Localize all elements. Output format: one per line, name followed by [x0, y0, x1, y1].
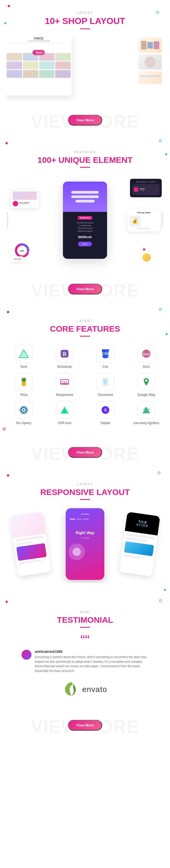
- googlemap-icon-box: [137, 373, 155, 391]
- lightbox-icon-box: [137, 401, 155, 419]
- phone-left: [10, 512, 51, 577]
- shop-thumb-r1: [138, 37, 162, 53]
- title-underline-5: [80, 627, 90, 628]
- testimonial-title: TESTIMONIAL: [5, 615, 165, 625]
- document-icon: [101, 377, 110, 387]
- title-underline-3: [80, 336, 90, 337]
- feature-disk: 100 MB Disk Space: [66, 222, 104, 224]
- view-more-button-4[interactable]: View More: [68, 720, 102, 731]
- pricing-sub: Powerful System: [130, 228, 158, 229]
- product-11: [39, 70, 55, 78]
- phone-line-2: [16, 541, 33, 546]
- phone-screen-text: Right Way: [68, 531, 102, 535]
- feature-watermark: Webmail Support: [66, 230, 104, 232]
- shop-mockup: VINCE LUXURIOUS BOUTIQUE New: [5, 35, 165, 101]
- nojquery-icon: [19, 405, 29, 415]
- deco-dot-u1: [5, 142, 8, 144]
- view-more-section-1: VIEW MORE View More: [0, 109, 170, 134]
- phone-nav-dots: [68, 519, 102, 520]
- deco-dot-r2: [158, 471, 160, 474]
- right-line-3: [123, 554, 141, 559]
- deco-dot-3: [4, 22, 6, 24]
- shop-new-badge: New: [33, 50, 45, 55]
- swiper-icon-box: S: [96, 401, 114, 419]
- deco-dot-t1: [5, 601, 8, 603]
- shop-section: LATEST 10+ SHOP LAYOUT: [0, 0, 170, 109]
- services-panel: Services: [11, 256, 24, 261]
- unique-mockup: Testimonial Rahul Mehta Visual Artis Bus…: [5, 173, 165, 267]
- feature-bootstrap: B Bootstrap: [46, 345, 83, 369]
- svg-text:B: B: [63, 351, 66, 357]
- scss-label: Scss: [143, 365, 150, 369]
- view-more-section-2: VIEW MORE View More: [0, 278, 170, 303]
- sidebar-testimonial-label: Testimonial: [6, 212, 8, 229]
- document-icon-box: [96, 373, 114, 391]
- googlemap-icon: [141, 377, 151, 387]
- deco-dot-2: [156, 11, 159, 14]
- svg-text:CSS: CSS: [102, 351, 109, 355]
- bootstrap-label: Bootstrap: [57, 365, 72, 369]
- hosting-label: Business: [78, 216, 92, 220]
- svg-marker-5: [21, 351, 27, 356]
- view-more-button-3[interactable]: View More: [68, 447, 102, 458]
- features-title-highlight: CORE: [50, 324, 74, 333]
- feature-document: Document: [87, 373, 124, 397]
- bootstrap-icon-box: B: [56, 345, 74, 363]
- menu-line-3: [75, 200, 95, 203]
- deco-circle-gold: [142, 253, 151, 261]
- menu-line-1: [71, 191, 99, 194]
- quote-icon: ““: [5, 633, 165, 647]
- unique-title: 100+ UNIQUE ELEMENT: [5, 155, 165, 165]
- nuxt-icon: [19, 349, 29, 359]
- svg-text:S: S: [104, 408, 107, 412]
- shop-logo: VINCE: [8, 37, 69, 40]
- mobile-hosting-card: Business 100 MB Disk Space 2 Subdomains …: [63, 182, 107, 259]
- view-more-button-1[interactable]: View More: [68, 115, 102, 126]
- product-1: [7, 53, 22, 61]
- testimonial-label: OUR: [5, 610, 165, 614]
- unique-title-highlight: 100+ UNIQUE: [37, 155, 91, 164]
- product-8: [55, 62, 70, 69]
- css-icon: CSS: [101, 349, 110, 359]
- testi-title-highlight: TESTI: [57, 615, 80, 624]
- view-more-button-2[interactable]: View More: [68, 284, 102, 294]
- panel-user-info: Rahul Mehta Visual Artis: [19, 202, 29, 205]
- features-grid: Nuxt B Bootstrap CSS Css: [5, 345, 165, 425]
- svg-text:NPS: NPS: [20, 250, 24, 252]
- nav-dot-1: [70, 519, 75, 520]
- deco-dot-u3: [165, 153, 167, 155]
- features-title-suffix: FEATURES: [74, 324, 120, 333]
- lightbox-icon: [141, 405, 151, 415]
- view-more-section-3: VIEW MORE View More: [0, 441, 170, 466]
- product-12: [55, 70, 70, 78]
- svg-point-25: [23, 409, 25, 411]
- phone-notch: [81, 514, 89, 515]
- product-7: [39, 62, 55, 69]
- features-title: CORE FEATURES: [5, 324, 165, 334]
- swiper-icon: S: [101, 405, 110, 415]
- shop-right-thumbnails: [138, 37, 163, 84]
- pinia-icon-box: 🍍: [15, 373, 33, 391]
- responsive-icon: [60, 377, 69, 387]
- deco-dot-t2: [159, 599, 162, 602]
- shop-products-grid: [5, 52, 72, 79]
- phone-left-img: [16, 543, 47, 561]
- testi-content: adelinabrask1988 Everything is perfect a…: [35, 650, 148, 673]
- feature-ssr: SSR-true: [46, 401, 83, 425]
- hosting-btn[interactable]: More: [78, 242, 92, 246]
- scss-icon: Sass: [141, 349, 151, 359]
- svg-rect-17: [103, 378, 108, 386]
- features-label: LATEST: [5, 319, 165, 322]
- testi-title-suffix: MONIAL: [80, 615, 113, 624]
- testi-avatar: [22, 650, 31, 660]
- business-card-panel: BUSINESS CARD Studio Design: [130, 179, 162, 197]
- menu-line-2: [71, 195, 99, 198]
- deco-dot-f1: [7, 311, 9, 313]
- panel-img: [13, 191, 37, 200]
- panel-user-row: Rahul Mehta Visual Artis: [13, 201, 37, 206]
- pricing-icon: 💰: [130, 215, 140, 226]
- shop-title-highlight: 10+ SHOP: [45, 16, 87, 26]
- shop-thumb-r2: [138, 54, 162, 69]
- feature-nojquery: No-Jquery: [5, 401, 42, 425]
- feature-subdomains: 2 Subdomains: [66, 225, 104, 226]
